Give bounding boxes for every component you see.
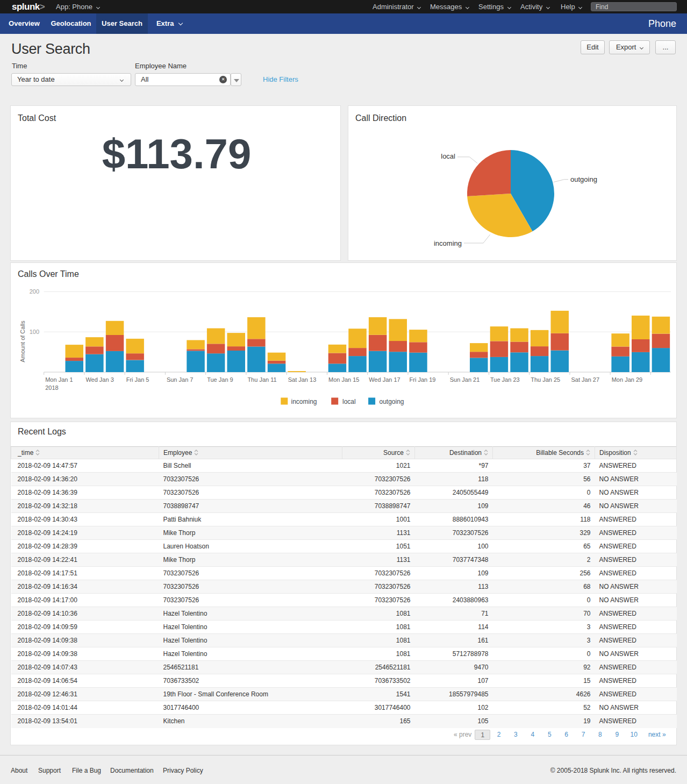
svg-text:Sun Jan 21: Sun Jan 21 <box>450 376 480 383</box>
svg-text:Mon Jan 15: Mon Jan 15 <box>328 376 359 383</box>
svg-text:Wed Jan 3: Wed Jan 3 <box>85 376 113 383</box>
svg-text:Fri Jan 19: Fri Jan 19 <box>410 376 436 383</box>
svg-text:incoming: incoming <box>434 239 462 247</box>
svg-text:local: local <box>342 398 356 405</box>
svg-text:Sun Jan 7: Sun Jan 7 <box>167 376 194 383</box>
svg-text:Tue Jan 23: Tue Jan 23 <box>490 376 520 383</box>
svg-text:Mon Jan 29: Mon Jan 29 <box>612 376 642 383</box>
svg-text:Sat Jan 13: Sat Jan 13 <box>288 376 317 383</box>
svg-text:200: 200 <box>30 288 39 295</box>
svg-text:Amount of Calls: Amount of Calls <box>19 320 26 362</box>
svg-text:100: 100 <box>30 329 39 335</box>
svg-text:local: local <box>441 152 455 160</box>
svg-text:Sat Jan 27: Sat Jan 27 <box>571 376 600 383</box>
svg-text:outgoing: outgoing <box>570 175 597 183</box>
svg-text:2018: 2018 <box>45 384 58 391</box>
svg-text:Fri Jan 5: Fri Jan 5 <box>126 376 149 383</box>
svg-text:Wed Jan 17: Wed Jan 17 <box>369 376 400 383</box>
svg-text:incoming: incoming <box>291 398 317 405</box>
svg-text:Tue Jan 9: Tue Jan 9 <box>207 376 233 383</box>
svg-text:outgoing: outgoing <box>380 398 404 405</box>
svg-text:Thu Jan 25: Thu Jan 25 <box>531 376 560 383</box>
svg-text:Thu Jan 11: Thu Jan 11 <box>247 376 276 383</box>
svg-text:Mon Jan 1: Mon Jan 1 <box>45 376 73 383</box>
